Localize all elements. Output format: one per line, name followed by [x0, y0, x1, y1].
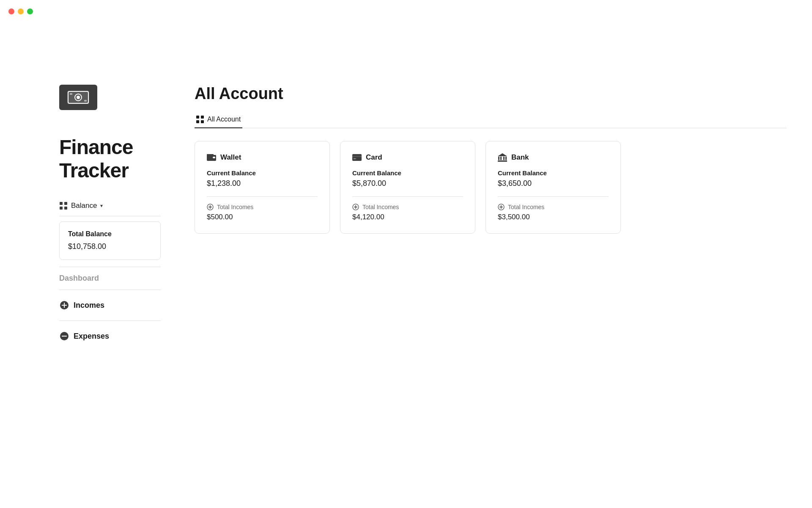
svg-rect-34 [500, 157, 502, 160]
svg-rect-18 [201, 120, 204, 123]
svg-rect-12 [62, 305, 67, 306]
svg-rect-25 [352, 154, 362, 161]
account-cards-container: Wallet Current Balance $1,238.00 Total I… [195, 141, 787, 234]
maximize-button[interactable] [27, 8, 33, 14]
card-account-name: Card [366, 153, 382, 162]
wallet-card-header: Wallet [207, 153, 318, 162]
bank-card-header: Bank [498, 153, 609, 162]
card-income-amount: $4,120.00 [352, 213, 463, 221]
bank-income-row: Total Incomes [498, 204, 609, 210]
content-area: All Account All Account [161, 25, 812, 345]
bank-name: Bank [511, 153, 529, 162]
credit-card-icon [352, 154, 362, 161]
svg-rect-8 [60, 207, 63, 210]
total-balance-card: Total Balance $10,758.00 [59, 221, 161, 260]
svg-point-3 [77, 96, 80, 99]
app-title: Finance Tracker [59, 135, 161, 182]
sidebar: Finance Tracker Balance ▾ Total Balance … [59, 25, 161, 345]
bank-plus-circle-icon [498, 204, 505, 210]
section-divider-3 [59, 320, 161, 321]
bank-icon [498, 153, 507, 162]
wallet-card: Wallet Current Balance $1,238.00 Total I… [195, 141, 330, 234]
svg-rect-31 [354, 207, 357, 207]
svg-rect-40 [499, 207, 503, 207]
minimize-button[interactable] [18, 8, 24, 14]
tab-label: All Account [207, 116, 241, 123]
svg-rect-36 [505, 157, 507, 160]
plus-circle-icon [60, 301, 69, 310]
wallet-balance-amount: $1,238.00 [207, 179, 318, 188]
card-divider [352, 196, 463, 197]
close-button[interactable] [8, 8, 14, 14]
money-icon [67, 91, 89, 104]
svg-rect-14 [62, 336, 67, 337]
card-plus-circle-icon [352, 204, 359, 210]
tab-bar: All Account [195, 111, 787, 128]
svg-rect-4 [70, 93, 72, 95]
total-balance-amount: $10,758.00 [68, 242, 152, 251]
card-account-header: Card [352, 153, 463, 162]
wallet-income-label: Total Incomes [217, 204, 253, 210]
total-balance-label: Total Balance [68, 230, 152, 238]
card-balance-label: Current Balance [352, 169, 463, 177]
all-account-tab[interactable]: All Account [195, 111, 242, 128]
bank-card: Bank Current Balance $3,650.00 Total Inc… [486, 141, 621, 234]
svg-rect-28 [354, 158, 354, 159]
card-income-row: Total Incomes [352, 204, 463, 210]
incomes-nav-item[interactable]: Incomes [59, 297, 161, 314]
expenses-icon [59, 331, 69, 341]
plus-circle-small-icon [207, 204, 214, 210]
incomes-icon [59, 300, 69, 310]
window-controls [8, 8, 33, 14]
svg-rect-7 [64, 202, 67, 205]
wallet-balance-label: Current Balance [207, 169, 318, 177]
chevron-down-icon: ▾ [100, 203, 103, 209]
svg-rect-20 [207, 154, 214, 156]
wallet-income-row: Total Incomes [207, 204, 318, 210]
svg-rect-24 [208, 207, 212, 207]
tab-grid-icon [196, 116, 204, 123]
nav-divider [59, 216, 161, 216]
minus-circle-icon [60, 331, 69, 341]
bank-divider [498, 196, 609, 197]
main-container: Finance Tracker Balance ▾ Total Balance … [0, 0, 812, 345]
expenses-label: Expenses [74, 332, 109, 341]
nav-balance-section: Balance ▾ Total Balance $10,758.00 [59, 199, 161, 267]
svg-rect-6 [60, 202, 63, 205]
bank-balance-label: Current Balance [498, 169, 609, 177]
section-divider-2 [59, 290, 161, 290]
svg-marker-32 [498, 153, 507, 156]
bank-income-amount: $3,500.00 [498, 213, 609, 221]
bank-income-label: Total Incomes [508, 204, 544, 210]
wallet-icon [207, 154, 216, 161]
wallet-divider [207, 196, 318, 197]
expenses-nav-item[interactable]: Expenses [59, 328, 161, 345]
card-account-card: Card Current Balance $5,870.00 Total Inc… [340, 141, 475, 234]
svg-rect-16 [201, 116, 204, 119]
app-icon [59, 85, 97, 110]
grid-icon [59, 202, 68, 210]
card-balance-amount: $5,870.00 [352, 179, 463, 188]
dashboard-label: Dashboard [59, 274, 161, 283]
bank-balance-amount: $3,650.00 [498, 179, 609, 188]
card-income-label: Total Incomes [362, 204, 399, 210]
wallet-name: Wallet [220, 153, 241, 162]
svg-rect-21 [213, 157, 215, 158]
incomes-label: Incomes [74, 301, 104, 310]
svg-rect-37 [498, 160, 507, 162]
wallet-income-amount: $500.00 [207, 213, 318, 221]
page-title: All Account [195, 85, 787, 103]
svg-rect-9 [64, 207, 67, 210]
svg-rect-35 [503, 157, 505, 160]
svg-rect-26 [352, 156, 362, 157]
svg-rect-15 [196, 116, 199, 119]
balance-nav-label: Balance [71, 202, 97, 210]
svg-rect-33 [498, 157, 499, 160]
svg-rect-5 [84, 100, 87, 102]
svg-rect-17 [196, 120, 199, 123]
section-divider-1 [59, 267, 161, 267]
balance-nav-item[interactable]: Balance ▾ [59, 199, 161, 213]
